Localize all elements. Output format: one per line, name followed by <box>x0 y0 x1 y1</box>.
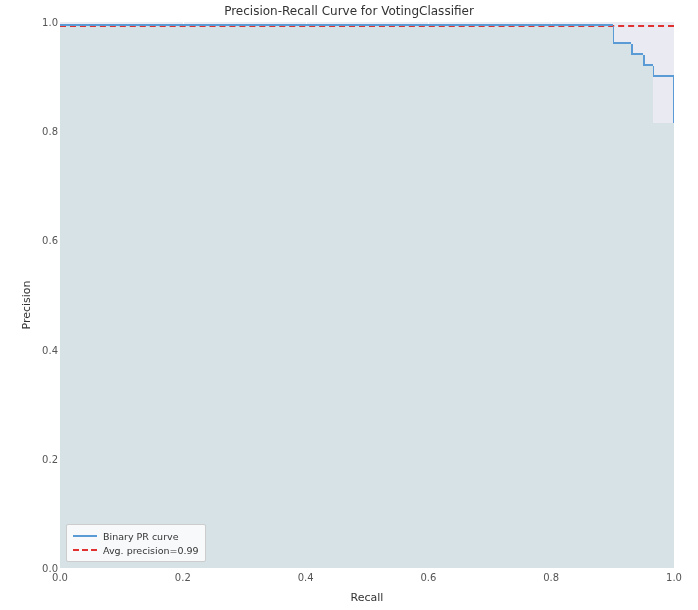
pr-curve <box>653 75 674 77</box>
pr-fill <box>60 77 653 123</box>
pr-curve <box>60 24 613 26</box>
legend-item-pr: Binary PR curve <box>73 529 199 543</box>
pr-fill <box>60 26 613 44</box>
axes-area: Binary PR curve Avg. precision=0.99 <box>60 22 674 568</box>
legend: Binary PR curve Avg. precision=0.99 <box>66 524 206 562</box>
x-tick: 0.8 <box>543 572 559 583</box>
y-tick: 0.6 <box>38 235 58 246</box>
pr-curve <box>673 77 675 123</box>
y-tick: 0.8 <box>38 126 58 137</box>
x-tick: 0.6 <box>420 572 436 583</box>
pr-curve <box>643 64 652 66</box>
legend-label-ap: Avg. precision=0.99 <box>103 545 199 556</box>
figure: Precision-Recall Curve for VotingClassif… <box>0 0 698 610</box>
y-tick: 0.0 <box>38 563 58 574</box>
y-tick: 0.4 <box>38 344 58 355</box>
x-tick: 0.0 <box>52 572 68 583</box>
pr-fill <box>60 55 643 66</box>
legend-label-pr: Binary PR curve <box>103 531 179 542</box>
y-tick: 0.2 <box>38 453 58 464</box>
x-axis-label: Recall <box>60 591 674 604</box>
legend-item-ap: Avg. precision=0.99 <box>73 543 199 557</box>
pr-fill <box>60 123 674 568</box>
y-tick: 1.0 <box>38 17 58 28</box>
x-tick: 1.0 <box>666 572 682 583</box>
x-tick: 0.2 <box>175 572 191 583</box>
legend-swatch-ap <box>73 549 97 551</box>
pr-fill <box>60 66 653 77</box>
y-axis-label: Precision <box>20 280 33 329</box>
x-tick: 0.4 <box>298 572 314 583</box>
pr-fill <box>60 44 631 55</box>
pr-curve <box>631 53 643 55</box>
pr-curve <box>613 42 631 44</box>
chart-title: Precision-Recall Curve for VotingClassif… <box>0 4 698 18</box>
pr-curve <box>613 26 615 44</box>
legend-swatch-pr <box>73 535 97 537</box>
